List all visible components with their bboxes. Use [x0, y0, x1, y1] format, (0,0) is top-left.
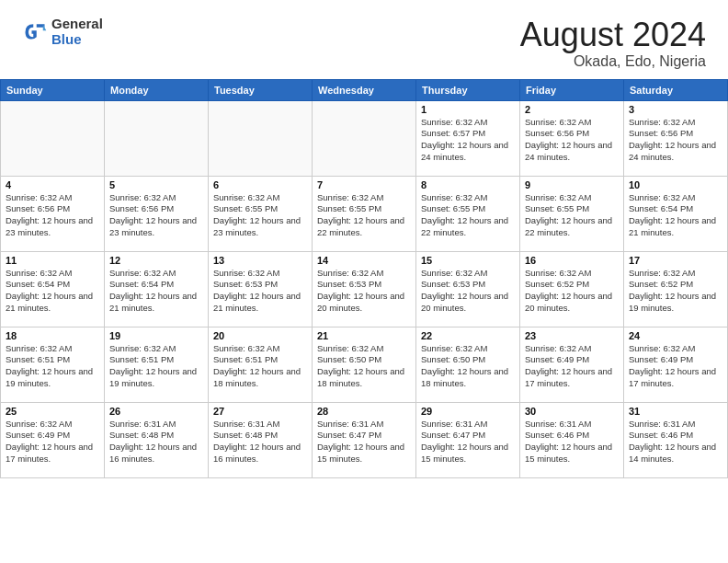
logo-text: General Blue	[51, 17, 103, 47]
logo: General Blue	[22, 17, 103, 47]
day-number: 23	[525, 330, 619, 341]
day-number: 25	[6, 406, 99, 417]
week-row-4: 18Sunrise: 6:32 AM Sunset: 6:51 PM Dayli…	[1, 327, 728, 402]
calendar-cell: 5Sunrise: 6:32 AM Sunset: 6:56 PM Daylig…	[105, 176, 209, 251]
calendar-cell: 7Sunrise: 6:32 AM Sunset: 6:55 PM Daylig…	[313, 176, 416, 251]
logo-blue-label: Blue	[51, 32, 103, 48]
day-info: Sunrise: 6:32 AM Sunset: 6:52 PM Dayligh…	[525, 268, 619, 315]
calendar-cell: 27Sunrise: 6:31 AM Sunset: 6:48 PM Dayli…	[209, 402, 313, 477]
day-info: Sunrise: 6:32 AM Sunset: 6:50 PM Dayligh…	[421, 343, 515, 390]
day-info: Sunrise: 6:32 AM Sunset: 6:55 PM Dayligh…	[317, 192, 411, 239]
day-number: 24	[629, 330, 722, 341]
calendar-cell: 30Sunrise: 6:31 AM Sunset: 6:46 PM Dayli…	[520, 402, 624, 477]
month-title: August 2024	[520, 17, 706, 53]
day-number: 3	[629, 104, 722, 115]
day-number: 30	[525, 406, 619, 417]
calendar-cell: 29Sunrise: 6:31 AM Sunset: 6:47 PM Dayli…	[416, 402, 520, 477]
calendar-cell: 20Sunrise: 6:32 AM Sunset: 6:51 PM Dayli…	[209, 327, 313, 402]
calendar-cell: 1Sunrise: 6:32 AM Sunset: 6:57 PM Daylig…	[416, 100, 520, 176]
calendar-cell: 18Sunrise: 6:32 AM Sunset: 6:51 PM Dayli…	[1, 327, 105, 402]
day-number: 29	[421, 406, 515, 417]
calendar-cell: 28Sunrise: 6:31 AM Sunset: 6:47 PM Dayli…	[313, 402, 416, 477]
calendar-table: SundayMondayTuesdayWednesdayThursdayFrid…	[0, 79, 728, 478]
day-number: 28	[317, 406, 411, 417]
day-number: 14	[317, 255, 411, 266]
day-info: Sunrise: 6:32 AM Sunset: 6:50 PM Dayligh…	[317, 343, 411, 390]
header-wednesday: Wednesday	[313, 79, 416, 100]
calendar-cell: 13Sunrise: 6:32 AM Sunset: 6:53 PM Dayli…	[209, 251, 313, 327]
calendar-cell: 12Sunrise: 6:32 AM Sunset: 6:54 PM Dayli…	[105, 251, 209, 327]
day-number: 6	[213, 179, 307, 190]
calendar-cell: 16Sunrise: 6:32 AM Sunset: 6:52 PM Dayli…	[520, 251, 624, 327]
day-number: 11	[6, 255, 99, 266]
calendar-cell: 25Sunrise: 6:32 AM Sunset: 6:49 PM Dayli…	[1, 402, 105, 477]
week-row-3: 11Sunrise: 6:32 AM Sunset: 6:54 PM Dayli…	[1, 251, 728, 327]
week-row-2: 4Sunrise: 6:32 AM Sunset: 6:56 PM Daylig…	[1, 176, 728, 251]
week-row-1: 1Sunrise: 6:32 AM Sunset: 6:57 PM Daylig…	[1, 100, 728, 176]
logo-general-label: General	[51, 17, 103, 32]
day-info: Sunrise: 6:32 AM Sunset: 6:57 PM Dayligh…	[421, 117, 515, 164]
day-info: Sunrise: 6:32 AM Sunset: 6:55 PM Dayligh…	[421, 192, 515, 239]
day-info: Sunrise: 6:32 AM Sunset: 6:49 PM Dayligh…	[6, 419, 99, 465]
day-info: Sunrise: 6:32 AM Sunset: 6:53 PM Dayligh…	[421, 268, 515, 315]
day-info: Sunrise: 6:32 AM Sunset: 6:53 PM Dayligh…	[213, 268, 307, 315]
day-number: 27	[213, 406, 307, 417]
day-info: Sunrise: 6:31 AM Sunset: 6:48 PM Dayligh…	[213, 419, 307, 465]
day-info: Sunrise: 6:32 AM Sunset: 6:51 PM Dayligh…	[213, 343, 307, 390]
day-info: Sunrise: 6:32 AM Sunset: 6:51 PM Dayligh…	[109, 343, 203, 390]
calendar-cell: 6Sunrise: 6:32 AM Sunset: 6:55 PM Daylig…	[209, 176, 313, 251]
calendar-header-row: SundayMondayTuesdayWednesdayThursdayFrid…	[1, 79, 728, 100]
day-info: Sunrise: 6:31 AM Sunset: 6:46 PM Dayligh…	[525, 419, 619, 465]
day-number: 10	[629, 179, 722, 190]
page-header: General Blue August 2024 Okada, Edo, Nig…	[0, 0, 728, 79]
day-info: Sunrise: 6:32 AM Sunset: 6:56 PM Dayligh…	[525, 117, 619, 164]
calendar-cell: 22Sunrise: 6:32 AM Sunset: 6:50 PM Dayli…	[416, 327, 520, 402]
week-row-5: 25Sunrise: 6:32 AM Sunset: 6:49 PM Dayli…	[1, 402, 728, 477]
day-info: Sunrise: 6:31 AM Sunset: 6:47 PM Dayligh…	[317, 419, 411, 465]
calendar-cell: 23Sunrise: 6:32 AM Sunset: 6:49 PM Dayli…	[520, 327, 624, 402]
day-number: 8	[421, 179, 515, 190]
day-info: Sunrise: 6:31 AM Sunset: 6:46 PM Dayligh…	[629, 419, 722, 465]
header-saturday: Saturday	[624, 79, 728, 100]
day-info: Sunrise: 6:32 AM Sunset: 6:53 PM Dayligh…	[317, 268, 411, 315]
calendar-cell	[313, 100, 416, 176]
calendar-cell: 4Sunrise: 6:32 AM Sunset: 6:56 PM Daylig…	[1, 176, 105, 251]
calendar-cell	[1, 100, 105, 176]
day-info: Sunrise: 6:32 AM Sunset: 6:55 PM Dayligh…	[213, 192, 307, 239]
calendar-cell: 11Sunrise: 6:32 AM Sunset: 6:54 PM Dayli…	[1, 251, 105, 327]
day-info: Sunrise: 6:31 AM Sunset: 6:47 PM Dayligh…	[421, 419, 515, 465]
day-number: 4	[6, 179, 99, 190]
day-info: Sunrise: 6:32 AM Sunset: 6:56 PM Dayligh…	[109, 192, 203, 239]
day-number: 12	[109, 255, 203, 266]
calendar-cell	[105, 100, 209, 176]
day-number: 20	[213, 330, 307, 341]
day-number: 5	[109, 179, 203, 190]
day-number: 2	[525, 104, 619, 115]
day-number: 15	[421, 255, 515, 266]
day-info: Sunrise: 6:32 AM Sunset: 6:52 PM Dayligh…	[629, 268, 722, 315]
day-number: 22	[421, 330, 515, 341]
day-info: Sunrise: 6:32 AM Sunset: 6:54 PM Dayligh…	[6, 268, 99, 315]
calendar-cell: 3Sunrise: 6:32 AM Sunset: 6:56 PM Daylig…	[624, 100, 728, 176]
header-sunday: Sunday	[1, 79, 105, 100]
day-number: 18	[6, 330, 99, 341]
calendar-cell: 24Sunrise: 6:32 AM Sunset: 6:49 PM Dayli…	[624, 327, 728, 402]
day-info: Sunrise: 6:32 AM Sunset: 6:55 PM Dayligh…	[525, 192, 619, 239]
header-friday: Friday	[520, 79, 624, 100]
header-thursday: Thursday	[416, 79, 520, 100]
calendar-cell: 26Sunrise: 6:31 AM Sunset: 6:48 PM Dayli…	[105, 402, 209, 477]
calendar-cell	[209, 100, 313, 176]
calendar-cell: 2Sunrise: 6:32 AM Sunset: 6:56 PM Daylig…	[520, 100, 624, 176]
day-info: Sunrise: 6:32 AM Sunset: 6:49 PM Dayligh…	[629, 343, 722, 390]
day-number: 7	[317, 179, 411, 190]
calendar-cell: 15Sunrise: 6:32 AM Sunset: 6:53 PM Dayli…	[416, 251, 520, 327]
calendar-cell: 9Sunrise: 6:32 AM Sunset: 6:55 PM Daylig…	[520, 176, 624, 251]
day-number: 19	[109, 330, 203, 341]
calendar-cell: 19Sunrise: 6:32 AM Sunset: 6:51 PM Dayli…	[105, 327, 209, 402]
day-info: Sunrise: 6:32 AM Sunset: 6:54 PM Dayligh…	[109, 268, 203, 315]
day-number: 21	[317, 330, 411, 341]
day-info: Sunrise: 6:32 AM Sunset: 6:54 PM Dayligh…	[629, 192, 722, 239]
day-number: 1	[421, 104, 515, 115]
calendar-cell: 14Sunrise: 6:32 AM Sunset: 6:53 PM Dayli…	[313, 251, 416, 327]
logo-icon	[22, 19, 48, 45]
